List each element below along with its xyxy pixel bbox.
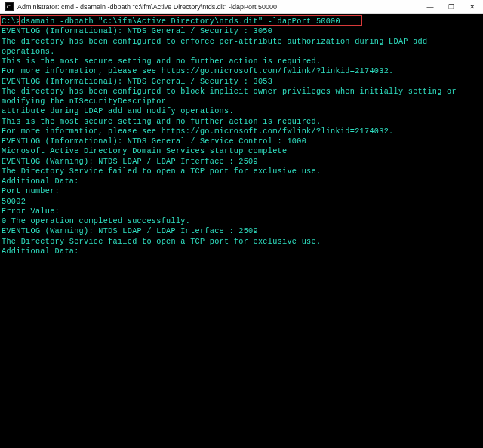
- output-line: The directory has been configured to blo…: [2, 87, 480, 107]
- prompt: C:\>: [2, 17, 21, 26]
- minimize-button[interactable]: —: [420, 0, 441, 14]
- window-title: Administrator: cmd - dsamain -dbpath "c:…: [17, 3, 420, 11]
- output-line: EVENTLOG (Informational): NTDS General /…: [2, 26, 480, 36]
- output-line: Error Value:: [2, 207, 480, 216]
- output-line: EVENTLOG (Informational): NTDS General /…: [2, 77, 480, 87]
- cmd-icon: C: [5, 2, 14, 11]
- svg-text:C: C: [7, 4, 11, 10]
- output-line: Additional Data:: [2, 176, 480, 186]
- window-controls: — ❐ ✕: [420, 0, 483, 13]
- output-line: Microsoft Active Directory Domain Servic…: [2, 146, 480, 156]
- close-button[interactable]: ✕: [462, 0, 483, 14]
- output-line: attribute during LDAP add and modify ope…: [2, 106, 480, 116]
- output-line: The directory has been configured to enf…: [2, 37, 480, 57]
- output-line: Additional Data:: [2, 247, 480, 256]
- output-line: 50002: [2, 197, 480, 207]
- command-text: dsamain -dbpath "c:\ifm\Active Directory…: [21, 17, 340, 26]
- output-line: 0 The operation completed successfully.: [2, 216, 480, 226]
- output-line: This is the most secure setting and no f…: [2, 57, 480, 66]
- output-line: The Directory Service failed to open a T…: [2, 237, 480, 247]
- output-line: For more information, please see https:/…: [2, 66, 480, 76]
- output-line: The Directory Service failed to open a T…: [2, 167, 480, 176]
- output-line: For more information, please see https:/…: [2, 127, 480, 137]
- output-line: EVENTLOG (Warning): NTDS LDAP / LDAP Int…: [2, 226, 480, 236]
- titlebar[interactable]: C Administrator: cmd - dsamain -dbpath "…: [0, 0, 483, 14]
- output-line: This is the most secure setting and no f…: [2, 117, 480, 127]
- maximize-button[interactable]: ❐: [441, 0, 462, 14]
- terminal-viewport[interactable]: C:\>dsamain -dbpath "c:\ifm\Active Direc…: [0, 14, 483, 448]
- output-line: Port number:: [2, 186, 480, 196]
- cmd-window: C Administrator: cmd - dsamain -dbpath "…: [0, 0, 483, 448]
- output-line: EVENTLOG (Informational): NTDS General /…: [2, 137, 480, 146]
- output-line: EVENTLOG (Warning): NTDS LDAP / LDAP Int…: [2, 157, 480, 167]
- terminal-output: C:\>dsamain -dbpath "c:\ifm\Active Direc…: [2, 17, 480, 256]
